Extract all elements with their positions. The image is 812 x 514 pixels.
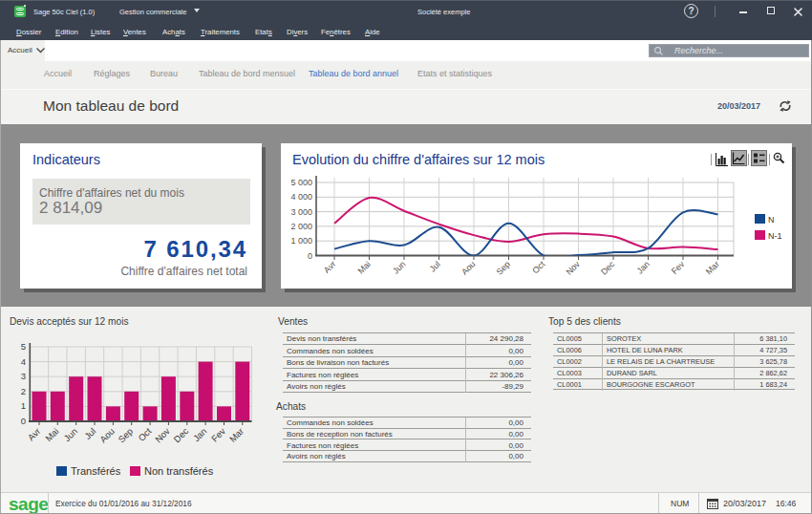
svg-text:Aou: Aou — [97, 426, 117, 445]
svg-text:2: 2 — [21, 386, 26, 396]
svg-text:0: 0 — [21, 416, 26, 426]
svg-text:Dec: Dec — [171, 425, 190, 444]
svg-text:Sep: Sep — [116, 426, 135, 445]
svg-text:1: 1 — [21, 400, 26, 411]
svg-text:4: 4 — [21, 356, 26, 367]
svg-text:1 000: 1 000 — [290, 236, 312, 246]
svg-text:Oct: Oct — [136, 425, 153, 442]
svg-text:Avr: Avr — [322, 259, 338, 275]
svg-text:Jul: Jul — [82, 426, 97, 441]
svg-text:N-1: N-1 — [768, 231, 782, 241]
svg-text:Aou: Aou — [459, 259, 477, 276]
svg-text:N: N — [768, 215, 775, 225]
svg-text:Jan: Jan — [635, 259, 652, 275]
svg-text:Jun: Jun — [61, 426, 79, 444]
svg-text:4 000: 4 000 — [290, 192, 312, 202]
svg-text:Jan: Jan — [191, 426, 209, 444]
svg-text:Jun: Jun — [391, 259, 407, 275]
svg-text:5 000: 5 000 — [290, 178, 312, 187]
svg-text:Nov: Nov — [565, 259, 583, 277]
svg-text:Oct: Oct — [530, 259, 546, 275]
svg-text:Mai: Mai — [356, 259, 373, 275]
svg-text:Mai: Mai — [43, 426, 61, 444]
svg-text:Avr: Avr — [26, 426, 43, 443]
svg-text:3 000: 3 000 — [290, 207, 312, 217]
svg-text:Nov: Nov — [153, 425, 172, 444]
svg-text:0: 0 — [308, 251, 312, 261]
svg-text:Mar: Mar — [704, 259, 721, 276]
svg-text:Fev: Fev — [670, 259, 687, 276]
svg-text:Mar: Mar — [227, 426, 246, 444]
svg-text:5: 5 — [21, 341, 26, 352]
svg-text:Dec: Dec — [599, 259, 617, 277]
svg-text:3: 3 — [21, 371, 26, 381]
svg-text:Sep: Sep — [495, 259, 512, 276]
svg-text:Jul: Jul — [428, 259, 442, 273]
svg-text:Fev: Fev — [209, 425, 227, 443]
svg-text:2 000: 2 000 — [290, 222, 312, 231]
